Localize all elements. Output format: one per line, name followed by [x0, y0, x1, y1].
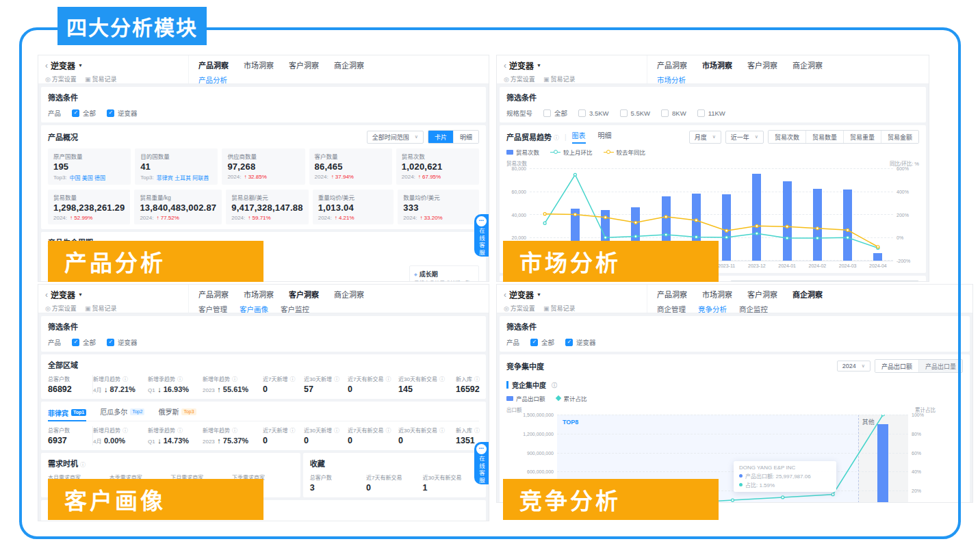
product-checkbox-item[interactable]: 全部 — [72, 108, 96, 118]
info-icon[interactable]: ⓘ — [232, 376, 237, 382]
info-icon[interactable]: ⓘ — [177, 428, 183, 434]
info-icon[interactable]: ⓘ — [122, 428, 128, 434]
back-icon[interactable]: ‹ — [504, 290, 506, 300]
checkbox-icon[interactable] — [697, 109, 705, 117]
product-selector[interactable]: 逆变器 — [51, 60, 75, 71]
stat-card[interactable]: 贸易数量 1,298,238,261.29 2024:↑ 52.99% — [48, 190, 130, 224]
product-selector[interactable]: 逆变器 — [51, 289, 75, 300]
checkbox-icon[interactable] — [107, 339, 114, 346]
online-service-button[interactable]: ⋯ 在线客服 — [474, 214, 489, 257]
view-toggle-button[interactable]: 明细 — [453, 131, 478, 143]
time-range-select[interactable]: 全部时间范围∨ — [367, 131, 424, 144]
trade-records-link[interactable]: ▣贸易记录 — [85, 304, 117, 313]
info-icon[interactable]: ⓘ — [439, 376, 445, 382]
online-service-button[interactable]: ⋯ 在线客服 — [474, 442, 489, 484]
info-icon[interactable]: ⓘ — [474, 376, 480, 382]
nav-tab[interactable]: 商企洞察 — [334, 60, 364, 70]
product-checkbox-item[interactable]: 全部 — [530, 337, 554, 347]
info-icon[interactable]: ⓘ — [177, 376, 183, 382]
spec-checkbox-item[interactable]: 3.5KW — [578, 108, 609, 118]
nav-tab[interactable]: 客户洞察 — [747, 289, 777, 300]
product-checkbox-item[interactable]: 逆变器 — [565, 337, 596, 347]
nav-tab[interactable]: 市场洞察 — [702, 60, 732, 70]
info-icon[interactable]: ⓘ — [385, 376, 391, 382]
info-icon[interactable]: ⓘ — [334, 428, 339, 434]
nav-tab[interactable]: 商企洞察 — [792, 289, 823, 300]
period-select[interactable]: 月度∨ — [689, 131, 721, 144]
nav-tab[interactable]: 客户洞察 — [289, 289, 319, 300]
checkbox-icon[interactable] — [661, 109, 669, 117]
checkbox-icon[interactable] — [578, 109, 586, 117]
spec-checkbox-item[interactable]: 全部 — [543, 108, 567, 118]
checkbox-icon[interactable] — [107, 109, 114, 117]
scheme-settings-link[interactable]: ◎方案设置 — [504, 304, 535, 313]
stat-card[interactable]: 贸易次数 1,020,621 2024:↑ 67.95% — [396, 148, 479, 185]
info-icon[interactable]: ⓘ — [232, 428, 237, 434]
metric-button[interactable]: 贸易次数 — [769, 131, 805, 143]
product-checkbox-item[interactable]: 逆变器 — [107, 108, 138, 118]
scheme-settings-link[interactable]: ◎方案设置 — [45, 304, 77, 313]
nav-tab[interactable]: 商企洞察 — [334, 289, 364, 300]
info-icon[interactable]: ⓘ — [289, 376, 295, 382]
metric-button[interactable]: 贸易数量 — [805, 131, 843, 143]
nav-tab[interactable]: 商企洞察 — [792, 60, 823, 70]
info-icon[interactable]: ⓘ — [334, 376, 339, 382]
back-icon[interactable]: ‹ — [504, 61, 506, 70]
info-icon[interactable]: ⓘ — [552, 381, 557, 389]
nav-tab[interactable]: 客户洞察 — [289, 60, 319, 70]
spec-checkbox-item[interactable]: 8KW — [661, 108, 686, 118]
metric-button[interactable]: 贸易金额 — [881, 131, 918, 143]
stat-card[interactable]: 目的国数量 41 Top3:菲律宾 土耳其 阿联酋 — [135, 148, 218, 185]
checkbox-icon[interactable] — [72, 339, 79, 346]
nav-tab[interactable]: 市场洞察 — [244, 289, 274, 300]
nav-tab[interactable]: 产品洞察 — [198, 60, 229, 70]
nav-tab[interactable]: 市场洞察 — [244, 60, 274, 70]
product-selector[interactable]: 逆变器 — [509, 289, 534, 300]
info-icon[interactable]: ⓘ — [80, 462, 86, 468]
scheme-settings-link[interactable]: ◎方案设置 — [504, 75, 535, 83]
trade-records-link[interactable]: ▣贸易记录 — [543, 304, 576, 313]
trend-view-tab[interactable]: 明细 — [598, 130, 612, 144]
checkbox-icon[interactable] — [543, 109, 551, 117]
view-toggle-button[interactable]: 卡片 — [428, 131, 453, 143]
info-icon[interactable]: ⓘ — [122, 376, 128, 382]
nav-tab[interactable]: 客户洞察 — [747, 60, 777, 70]
checkbox-icon[interactable] — [565, 339, 573, 346]
stat-card[interactable]: 贸易总额/美元 9,417,328,147.88 2024:↑ 59.71% — [226, 190, 308, 224]
checkbox-icon[interactable] — [72, 109, 79, 117]
scheme-settings-link[interactable]: ◎方案设置 — [45, 75, 77, 83]
nav-tab[interactable]: 产品洞察 — [657, 60, 687, 70]
back-icon[interactable]: ‹ — [45, 61, 48, 70]
info-icon[interactable]: ⓘ — [554, 133, 559, 141]
range-select[interactable]: 近一年∨ — [725, 131, 764, 144]
export-metric-button[interactable]: 产品出口量 — [918, 360, 962, 372]
spec-checkbox-item[interactable]: 11KW — [697, 108, 725, 118]
stat-card[interactable]: 数量均价/美元 333 2024:↑ 33.20% — [398, 190, 479, 224]
trade-records-link[interactable]: ▣贸易记录 — [543, 75, 576, 83]
stat-card[interactable]: 重量均价/美元 1,013.04 2024:↑ 4.21% — [313, 190, 394, 224]
nav-tab[interactable]: 产品洞察 — [198, 289, 229, 300]
stat-card[interactable]: 原产国数量 195 Top3:中国 美国 德国 — [48, 148, 131, 185]
product-checkbox-item[interactable]: 逆变器 — [107, 337, 138, 347]
product-checkbox-item[interactable]: 全部 — [72, 337, 96, 347]
metric-button[interactable]: 贸易重量 — [843, 131, 881, 143]
export-metric-button[interactable]: 产品出口额 — [875, 360, 918, 372]
nav-tab[interactable]: 产品洞察 — [657, 289, 687, 300]
spec-checkbox-item[interactable]: 5.5KW — [620, 108, 651, 118]
stat-card[interactable]: 供应商数量 97,268 2024:↑ 32.85% — [222, 148, 305, 185]
checkbox-icon[interactable] — [620, 109, 628, 117]
info-icon[interactable]: ⓘ — [474, 428, 480, 434]
checkbox-icon[interactable] — [530, 339, 538, 346]
info-icon[interactable]: ⓘ — [289, 428, 295, 434]
info-icon[interactable]: ⓘ — [385, 428, 391, 434]
product-selector[interactable]: 逆变器 — [509, 60, 534, 71]
year-select[interactable]: 2024∨ — [837, 361, 871, 371]
country-tab[interactable]: 俄罗斯Top3 — [158, 406, 196, 418]
country-tab[interactable]: 厄瓜多尔Top2 — [100, 406, 144, 418]
stat-card[interactable]: 贸易重量/kg 13,840,483,002.87 2024:↑ 77.52% — [134, 190, 222, 224]
info-icon[interactable]: ⓘ — [439, 428, 445, 434]
nav-tab[interactable]: 市场洞察 — [702, 289, 732, 300]
trend-view-tab[interactable]: 图表 — [572, 130, 586, 144]
country-tab[interactable]: 菲律宾Top1 — [48, 406, 86, 421]
lifecycle-stage[interactable]: 成长期 目标产品处于成长期，整体趋势呈快速增长 — [409, 265, 479, 281]
